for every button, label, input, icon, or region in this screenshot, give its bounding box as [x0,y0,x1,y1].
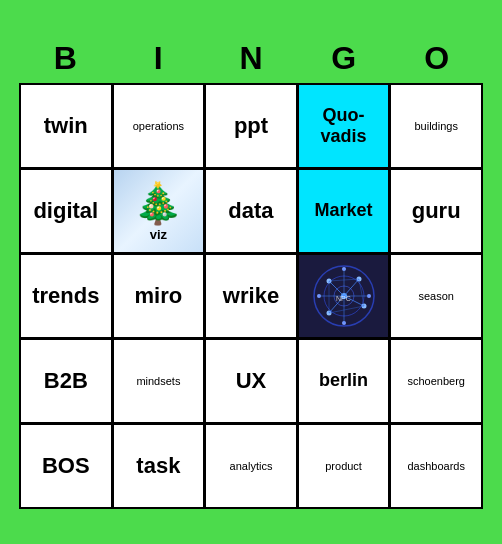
cell-3-4: schoenberg [391,340,481,422]
svg-line-13 [344,279,359,296]
cell-1-2: data [206,170,296,252]
cell-2-3: NPC [299,255,389,337]
network-globe-icon: NPC [309,261,379,331]
cell-0-4: buildings [391,85,481,167]
cell-2-4: season [391,255,481,337]
cell-3-0: B2B [21,340,111,422]
bingo-header: B I N G O [19,36,483,81]
cell-1-0: digital [21,170,111,252]
cell-0-3: Quo-vadis [299,85,389,167]
cell-0-0: twin [21,85,111,167]
cell-4-3: product [299,425,389,507]
header-g: G [297,36,390,81]
header-n: N [205,36,298,81]
cell-1-4: guru [391,170,481,252]
cell-0-1: operations [114,85,204,167]
svg-text:NPC: NPC [336,295,351,302]
cell-2-0: trends [21,255,111,337]
cell-2-2: wrike [206,255,296,337]
cell-2-1: miro [114,255,204,337]
cell-4-2: analytics [206,425,296,507]
cell-3-2: UX [206,340,296,422]
cell-0-2: ppt [206,85,296,167]
cell-1-1: 🎄 viz [114,170,204,252]
viz-label: viz [150,227,167,242]
header-o: O [390,36,483,81]
header-b: B [19,36,112,81]
bingo-card: B I N G O twin operations ppt Quo-vadis … [11,28,491,517]
cell-1-3: Market [299,170,389,252]
cell-4-4: dashboards [391,425,481,507]
cell-3-3: berlin [299,340,389,422]
header-i: I [112,36,205,81]
cell-3-1: mindsets [114,340,204,422]
cell-4-0: BOS [21,425,111,507]
svg-line-12 [329,281,344,296]
christmas-tree-icon: 🎄 [133,180,183,227]
cell-4-1: task [114,425,204,507]
bingo-grid: twin operations ppt Quo-vadis buildings … [19,83,483,509]
